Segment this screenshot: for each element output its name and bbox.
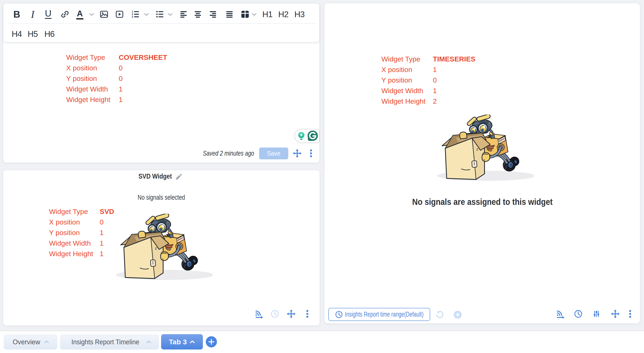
svg-text:3: 3 [132,16,133,19]
